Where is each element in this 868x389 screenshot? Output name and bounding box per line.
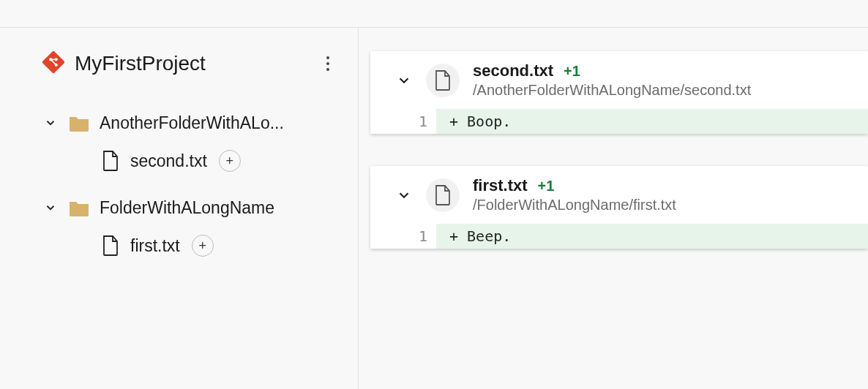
chevron-down-icon xyxy=(395,186,413,204)
tree-file[interactable]: second.txt + xyxy=(0,143,358,178)
diff-line-number: 1 xyxy=(370,224,436,249)
sidebar: MyFirstProject AnotherFolderWithALo... xyxy=(0,28,359,389)
svg-point-5 xyxy=(326,62,329,65)
diff-card: first.txt +1 /FolderWithALongName/first.… xyxy=(370,166,868,249)
diff-path: /FolderWithALongName/first.txt xyxy=(473,197,676,214)
file-icon xyxy=(426,178,460,212)
diff-filename: second.txt xyxy=(473,61,553,80)
file-icon xyxy=(426,64,460,97)
top-strip xyxy=(0,0,868,28)
diff-path: /AnotherFolderWithALongName/second.txt xyxy=(473,82,751,99)
svg-point-4 xyxy=(326,56,329,59)
tree-file-label: second.txt xyxy=(130,151,207,171)
tree-folder[interactable]: FolderWithALongName xyxy=(0,190,358,225)
git-icon xyxy=(42,51,64,76)
diff-delta: +1 xyxy=(564,63,580,80)
file-icon xyxy=(102,151,120,171)
diff-card-titles: first.txt +1 /FolderWithALongName/first.… xyxy=(473,176,676,214)
diff-line-content: + Boop. xyxy=(436,109,868,134)
file-tree: AnotherFolderWithALo... second.txt + Fol… xyxy=(0,105,358,263)
tree-folder-label: FolderWithALongName xyxy=(100,198,274,218)
chevron-down-icon xyxy=(395,72,413,89)
tree-file-label: first.txt xyxy=(130,236,180,256)
project-title: MyFirstProject xyxy=(75,52,308,75)
diff-card-titles: second.txt +1 /AnotherFolderWithALongNam… xyxy=(473,61,751,99)
added-badge: + xyxy=(192,235,214,257)
project-header: MyFirstProject xyxy=(0,48,358,79)
diff-line-content: + Beep. xyxy=(436,224,868,249)
folder-icon xyxy=(69,114,89,132)
main-layout: MyFirstProject AnotherFolderWithALo... xyxy=(0,28,868,389)
diff-card: second.txt +1 /AnotherFolderWithALongNam… xyxy=(370,51,868,134)
diff-delta: +1 xyxy=(538,178,555,194)
diff-panel: second.txt +1 /AnotherFolderWithALongNam… xyxy=(359,28,868,389)
tree-folder-label: AnotherFolderWithALo... xyxy=(100,113,284,133)
folder-icon xyxy=(69,199,89,216)
tree-file[interactable]: first.txt + xyxy=(0,228,358,263)
added-badge: + xyxy=(219,150,241,172)
project-menu-button[interactable] xyxy=(318,54,337,73)
chevron-down-icon xyxy=(42,200,59,216)
diff-line-number: 1 xyxy=(370,109,436,134)
diff-card-header[interactable]: first.txt +1 /FolderWithALongName/first.… xyxy=(370,166,868,224)
tree-folder[interactable]: AnotherFolderWithALo... xyxy=(0,105,358,140)
diff-line: 1 + Beep. xyxy=(370,224,868,249)
diff-card-header[interactable]: second.txt +1 /AnotherFolderWithALongNam… xyxy=(370,51,868,109)
chevron-down-icon xyxy=(42,115,59,131)
diff-filename: first.txt xyxy=(473,176,528,195)
svg-point-6 xyxy=(326,68,329,71)
diff-line: 1 + Boop. xyxy=(370,109,868,134)
file-icon xyxy=(102,235,120,256)
